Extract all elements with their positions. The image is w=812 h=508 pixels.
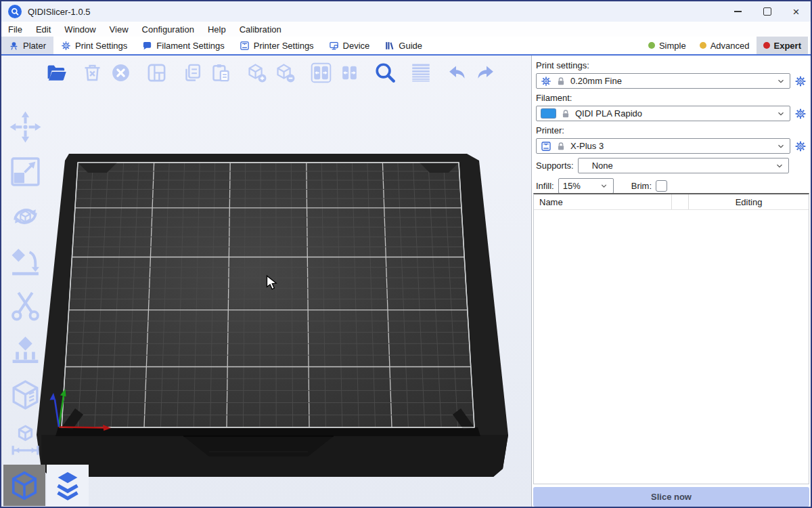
printer-select[interactable]: X-Plus 3 xyxy=(536,138,790,154)
menu-file[interactable]: File xyxy=(1,22,29,37)
tab-printer-settings[interactable]: Printer Settings xyxy=(232,37,321,54)
split-objects-button[interactable] xyxy=(309,60,332,85)
arrange-button[interactable] xyxy=(145,60,168,85)
remove-instance-button[interactable] xyxy=(273,60,296,85)
place-on-face-button[interactable] xyxy=(5,243,45,279)
minimize-button[interactable] xyxy=(723,1,752,22)
search-button[interactable] xyxy=(374,60,397,85)
seam-painting-button[interactable] xyxy=(5,377,45,413)
menu-bar: File Edit Window View Configuration Help… xyxy=(1,22,811,37)
menu-calibration[interactable]: Calibration xyxy=(233,22,288,37)
paste-button[interactable] xyxy=(209,60,232,85)
tab-device[interactable]: Device xyxy=(321,37,378,54)
simple-dot-icon xyxy=(648,42,655,49)
edit-print-settings-button[interactable] xyxy=(794,75,807,87)
gizmo-toolbar xyxy=(5,109,45,458)
edit-filament-button[interactable] xyxy=(794,108,807,120)
menu-help[interactable]: Help xyxy=(201,22,233,37)
minimize-icon xyxy=(734,11,742,12)
chevron-down-icon xyxy=(600,182,609,191)
infill-select[interactable]: 15% xyxy=(558,178,614,194)
filament-select[interactable]: QIDI PLA Rapido xyxy=(536,106,790,121)
close-button[interactable]: × xyxy=(782,1,811,22)
printer-value: X-Plus 3 xyxy=(570,141,604,151)
cube-icon xyxy=(9,470,40,501)
gear-icon xyxy=(61,41,71,51)
column-editing: Editing xyxy=(689,194,809,209)
mode-simple[interactable]: Simple xyxy=(641,37,693,54)
delete-all-button[interactable] xyxy=(109,60,132,85)
mouse-cursor xyxy=(266,275,279,290)
delete-button[interactable] xyxy=(81,60,104,85)
redo-button[interactable] xyxy=(474,60,497,85)
filament-color-swatch xyxy=(541,108,556,119)
expert-dot-icon xyxy=(763,42,770,49)
edit-printer-button[interactable] xyxy=(794,140,807,152)
mode-switcher: Simple Advanced Expert xyxy=(641,37,808,54)
slice-now-button[interactable]: Slice now xyxy=(533,487,809,507)
menu-configuration[interactable]: Configuration xyxy=(135,22,201,37)
print-settings-select[interactable]: 0.20mm Fine xyxy=(536,73,790,89)
lock-icon xyxy=(556,142,566,151)
undo-button[interactable] xyxy=(445,60,468,85)
column-name: Name xyxy=(534,194,672,209)
filament-icon xyxy=(142,41,152,51)
tab-filament-settings[interactable]: Filament Settings xyxy=(135,37,231,54)
gear-icon xyxy=(541,76,551,87)
maximize-button[interactable] xyxy=(752,1,782,22)
top-toolbar xyxy=(45,60,502,85)
object-list-header: Name Editing xyxy=(534,194,809,210)
printer-icon xyxy=(541,141,551,152)
supports-label: Supports: xyxy=(536,161,574,171)
view-switcher xyxy=(3,465,89,506)
print-settings-value: 0.20mm Fine xyxy=(570,76,622,86)
chevron-down-icon xyxy=(775,161,784,171)
device-icon xyxy=(329,41,339,51)
preview-view-button[interactable] xyxy=(47,465,89,506)
print-bed xyxy=(28,144,516,489)
variable-layer-height-button[interactable] xyxy=(409,60,432,85)
plater-icon xyxy=(9,41,19,51)
chevron-down-icon xyxy=(776,142,786,151)
3d-editor-view-button[interactable] xyxy=(3,465,45,506)
menu-view[interactable]: View xyxy=(103,22,135,37)
chevron-down-icon xyxy=(776,109,786,119)
mode-advanced[interactable]: Advanced xyxy=(693,37,757,54)
brim-checkbox[interactable] xyxy=(656,180,667,192)
measure-button[interactable] xyxy=(5,422,45,458)
tab-plater[interactable]: Plater xyxy=(1,37,53,54)
cut-button[interactable] xyxy=(5,288,45,324)
tab-bar: Plater Print Settings Filament Settings … xyxy=(1,37,811,56)
app-logo-icon xyxy=(8,5,22,18)
guide-books-icon xyxy=(384,41,394,51)
menu-window[interactable]: Window xyxy=(58,22,102,37)
supports-value: None xyxy=(592,161,613,171)
infill-value: 15% xyxy=(563,181,581,191)
tab-print-settings[interactable]: Print Settings xyxy=(53,37,135,54)
advanced-dot-icon xyxy=(700,42,706,49)
brim-label: Brim: xyxy=(631,181,652,191)
printer-icon xyxy=(240,41,250,51)
layers-stack-icon xyxy=(52,470,83,501)
supports-select[interactable]: None xyxy=(578,158,789,173)
split-parts-button[interactable] xyxy=(338,60,361,85)
filament-label: Filament: xyxy=(536,93,808,103)
side-panel: Print settings: 0.20mm Fine Filament: xyxy=(531,56,811,507)
infill-label: Infill: xyxy=(536,181,554,191)
paint-supports-button[interactable] xyxy=(5,333,45,368)
move-button[interactable] xyxy=(5,109,45,145)
close-icon: × xyxy=(793,6,800,18)
add-instance-button[interactable] xyxy=(245,60,268,85)
open-project-button[interactable] xyxy=(45,60,68,85)
title-bar: QIDISlicer-1.0.5 × xyxy=(1,1,811,22)
filament-value: QIDI PLA Rapido xyxy=(575,108,642,119)
rotate-button[interactable] xyxy=(5,198,45,234)
copy-button[interactable] xyxy=(181,60,204,85)
bed-handle-notch xyxy=(183,436,334,457)
scale-button[interactable] xyxy=(5,154,45,190)
tab-guide[interactable]: Guide xyxy=(377,37,430,54)
printer-label: Printer: xyxy=(536,125,808,135)
mode-expert[interactable]: Expert xyxy=(757,37,808,54)
menu-edit[interactable]: Edit xyxy=(29,22,58,37)
viewport-3d[interactable] xyxy=(1,56,531,507)
